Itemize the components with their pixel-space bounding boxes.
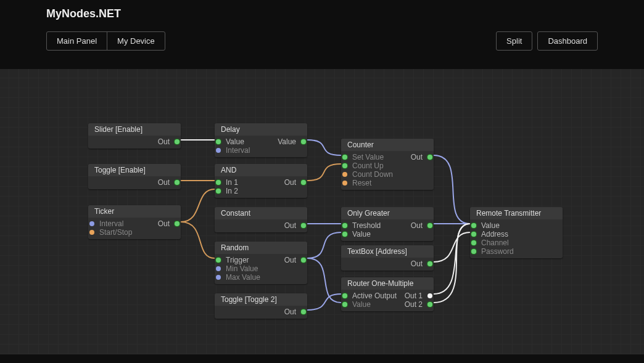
port-label-value: Value xyxy=(350,300,373,309)
node-title: Router One-Multiple xyxy=(341,277,434,290)
port-label-in1: In 1 xyxy=(224,178,240,187)
output-port[interactable] xyxy=(427,293,432,298)
input-port[interactable] xyxy=(471,240,476,245)
input-port[interactable] xyxy=(216,148,221,153)
port-label-out1: Out 1 xyxy=(403,292,424,300)
output-port[interactable] xyxy=(301,258,306,263)
node-title: Counter xyxy=(341,139,434,151)
input-port[interactable] xyxy=(216,139,221,144)
output-port[interactable] xyxy=(175,221,180,226)
port-label-max: Max Value xyxy=(224,273,262,282)
port-label-address: Address xyxy=(479,230,510,239)
input-port[interactable] xyxy=(216,180,221,185)
input-port[interactable] xyxy=(216,189,221,194)
node-remote-transmitter[interactable]: Remote Transmitter Value Address Channel… xyxy=(470,207,563,258)
input-port[interactable] xyxy=(471,223,476,228)
main-panel-button[interactable]: Main Panel xyxy=(46,31,107,51)
port-label-out: Out xyxy=(283,221,298,230)
node-title: Toggle [Enable] xyxy=(88,164,181,176)
port-label-out: Out xyxy=(409,221,424,230)
breadcrumb-group: Main Panel My Device xyxy=(46,31,165,51)
input-port[interactable] xyxy=(342,155,347,160)
port-label-threshold: Treshold xyxy=(350,221,382,230)
port-label-in2: In 2 xyxy=(224,187,240,195)
output-port[interactable] xyxy=(301,180,306,185)
output-port[interactable] xyxy=(175,180,180,185)
split-button[interactable]: Split xyxy=(496,31,532,51)
output-port[interactable] xyxy=(427,155,432,160)
node-title: AND xyxy=(215,164,307,176)
node-counter[interactable]: Counter Set ValueOut Count Up Count Down… xyxy=(341,139,434,190)
node-toggle2[interactable]: Toggle [Toggle 2] Out xyxy=(215,293,307,319)
node-delay[interactable]: Delay ValueValue Interval xyxy=(215,123,307,157)
port-label-value: Value xyxy=(350,230,373,239)
input-port[interactable] xyxy=(342,163,347,168)
node-random[interactable]: Random TriggerOut Min Value Max Value xyxy=(215,242,307,284)
port-label-channel: Channel xyxy=(479,239,511,247)
node-textbox[interactable]: TextBox [Address] Out xyxy=(341,245,434,271)
node-title: TextBox [Address] xyxy=(341,245,434,258)
my-device-button[interactable]: My Device xyxy=(107,31,165,51)
port-label-reset: Reset xyxy=(350,179,373,187)
node-title: Slider [Enable] xyxy=(88,123,181,136)
port-label-password: Password xyxy=(479,247,516,256)
node-canvas[interactable]: Slider [Enable] Out Toggle [Enable] Out … xyxy=(0,69,644,354)
input-port[interactable] xyxy=(342,293,347,298)
input-port[interactable] xyxy=(342,223,347,228)
node-only-greater[interactable]: Only Greater TresholdOut Value xyxy=(341,207,434,241)
port-label-out: Out xyxy=(283,256,298,264)
port-label-out2: Out 2 xyxy=(403,300,424,309)
output-port[interactable] xyxy=(427,302,432,307)
output-port[interactable] xyxy=(301,139,306,144)
output-port[interactable] xyxy=(427,223,432,228)
input-port[interactable] xyxy=(216,275,221,280)
port-label-out: Out xyxy=(409,259,424,268)
port-label-out: Out xyxy=(156,219,171,228)
output-port[interactable] xyxy=(301,223,306,228)
node-and[interactable]: AND In 1Out In 2 xyxy=(215,164,307,198)
node-router[interactable]: Router One-Multiple Active OutputOut 1 V… xyxy=(341,277,434,311)
input-port[interactable] xyxy=(89,221,94,226)
port-label-value: Value xyxy=(479,221,502,230)
port-label-interval: Interval xyxy=(224,146,252,155)
input-port[interactable] xyxy=(471,249,476,254)
port-label-out: Out xyxy=(283,308,298,316)
node-slider[interactable]: Slider [Enable] Out xyxy=(88,123,181,149)
node-title: Random xyxy=(215,242,307,254)
input-port[interactable] xyxy=(342,172,347,177)
node-ticker[interactable]: Ticker IntervalOut Start/Stop xyxy=(88,205,181,239)
output-port[interactable] xyxy=(175,139,180,144)
input-port[interactable] xyxy=(342,302,347,307)
node-constant[interactable]: Constant Out xyxy=(215,207,307,232)
app-title: MyNodes.NET xyxy=(46,7,598,20)
output-port[interactable] xyxy=(427,261,432,266)
port-label-startstop: Start/Stop xyxy=(97,228,134,237)
node-title: Only Greater xyxy=(341,207,434,219)
input-port[interactable] xyxy=(471,232,476,237)
input-port[interactable] xyxy=(342,232,347,237)
footer-bar xyxy=(0,354,644,363)
input-port[interactable] xyxy=(216,266,221,271)
port-label-trigger: Trigger xyxy=(224,256,251,264)
node-title: Ticker xyxy=(88,205,181,218)
port-label-interval: Interval xyxy=(97,219,125,228)
node-title: Remote Transmitter xyxy=(470,207,563,219)
port-label-out: Out xyxy=(283,178,298,187)
input-port[interactable] xyxy=(89,230,94,235)
port-label-out: Value xyxy=(276,137,298,146)
node-title: Constant xyxy=(215,207,307,219)
dashboard-button[interactable]: Dashboard xyxy=(537,31,598,51)
port-label-active: Active Output xyxy=(350,292,398,300)
input-port[interactable] xyxy=(216,258,221,263)
port-label-setvalue: Set Value xyxy=(350,153,386,161)
port-label-out: Out xyxy=(156,178,171,187)
output-port[interactable] xyxy=(301,309,306,314)
port-label-value: Value xyxy=(224,137,246,146)
port-label-out: Out xyxy=(156,137,171,146)
port-label-out: Out xyxy=(409,153,424,161)
input-port[interactable] xyxy=(342,181,347,186)
node-title: Delay xyxy=(215,123,307,136)
port-label-countdown: Count Down xyxy=(350,170,395,179)
node-toggle-enable[interactable]: Toggle [Enable] Out xyxy=(88,164,181,189)
port-label-min: Min Value xyxy=(224,264,260,273)
